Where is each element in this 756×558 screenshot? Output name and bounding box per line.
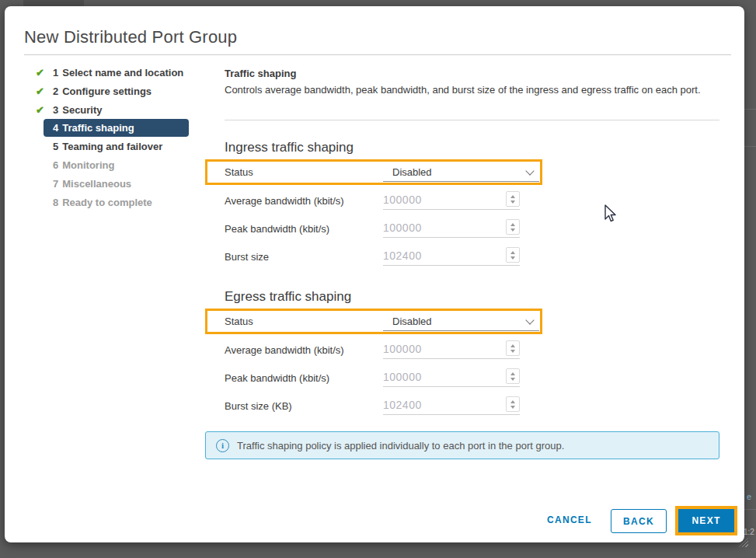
step-label: Security bbox=[62, 104, 102, 116]
backdrop-row-line bbox=[744, 509, 756, 510]
number-stepper-icon bbox=[506, 247, 520, 263]
number-stepper-icon bbox=[506, 368, 520, 384]
egress-burst-size-field bbox=[383, 396, 520, 415]
page-description: Controls average bandwidth, peak bandwid… bbox=[225, 79, 722, 100]
number-stepper-icon bbox=[506, 340, 520, 356]
ingress-section-title: Ingress traffic shaping bbox=[225, 140, 354, 155]
step-label: Traffic shaping bbox=[62, 122, 134, 134]
check-icon: ✔ bbox=[36, 104, 53, 116]
wizard-steps: ✔ 1 Select name and location ✔ 2 Configu… bbox=[36, 63, 203, 211]
cancel-button[interactable]: CANCEL bbox=[542, 514, 597, 526]
step-select-name-and-location[interactable]: ✔ 1 Select name and location bbox=[36, 63, 203, 82]
next-button[interactable]: NEXT bbox=[678, 509, 734, 532]
step-label: Configure settings bbox=[62, 85, 152, 97]
step-teaming-and-failover[interactable]: ✔ 5 Teaming and failover bbox=[36, 137, 203, 155]
ingress-burst-size-label: Burst size bbox=[225, 251, 269, 263]
step-configure-settings[interactable]: ✔ 2 Configure settings bbox=[36, 82, 203, 100]
ingress-avg-bandwidth-input bbox=[383, 191, 496, 208]
step-monitoring: ✔ 6 Monitoring bbox=[36, 155, 203, 174]
egress-avg-bandwidth-label: Average bandwidth (kbit/s) bbox=[225, 344, 344, 356]
number-stepper-icon bbox=[506, 219, 520, 235]
page-title: Traffic shaping bbox=[225, 68, 296, 79]
next-button-highlight: NEXT bbox=[675, 506, 737, 535]
number-stepper-icon bbox=[506, 396, 520, 412]
egress-status-select[interactable]: Disabled bbox=[383, 312, 539, 331]
dialog-title: New Distributed Port Group bbox=[24, 27, 237, 47]
egress-section-title: Egress traffic shaping bbox=[225, 289, 351, 305]
ingress-status-select[interactable]: Disabled bbox=[383, 162, 539, 182]
egress-peak-bandwidth-field bbox=[383, 368, 520, 387]
back-button[interactable]: BACK bbox=[611, 509, 667, 533]
ingress-burst-size-field bbox=[383, 247, 520, 266]
resize-handle-icon[interactable] bbox=[739, 538, 748, 547]
step-traffic-shaping[interactable]: 4 Traffic shaping bbox=[44, 119, 189, 137]
new-distributed-port-group-dialog: New Distributed Port Group ✔ 1 Select na… bbox=[5, 6, 744, 542]
ingress-status-label: Status bbox=[225, 166, 253, 178]
number-stepper-icon bbox=[506, 191, 520, 207]
ingress-burst-size-input bbox=[383, 247, 496, 263]
egress-burst-size-label: Burst size (KB) bbox=[225, 400, 292, 412]
egress-avg-bandwidth-input bbox=[383, 340, 496, 357]
ingress-avg-bandwidth-field bbox=[383, 191, 520, 210]
chevron-down-icon bbox=[525, 166, 534, 175]
egress-avg-bandwidth-field bbox=[383, 340, 520, 359]
check-icon: ✔ bbox=[36, 85, 53, 97]
step-label: Select name and location bbox=[62, 67, 183, 78]
chevron-down-icon bbox=[525, 316, 534, 324]
egress-burst-size-input bbox=[383, 396, 496, 413]
egress-status-highlight: Status Disabled bbox=[205, 309, 542, 334]
info-banner-text: Traffic shaping policy is applied indivi… bbox=[237, 440, 564, 452]
step-miscellaneous: ✔ 7 Miscellaneous bbox=[36, 174, 203, 193]
egress-peak-bandwidth-input bbox=[383, 368, 496, 385]
content-divider bbox=[225, 120, 719, 120]
backdrop-row-line bbox=[744, 109, 756, 110]
backdrop-block bbox=[23, 0, 84, 6]
step-label: Teaming and failover bbox=[62, 141, 162, 152]
egress-status-label: Status bbox=[225, 316, 253, 327]
step-label: Ready to complete bbox=[62, 197, 152, 208]
ingress-status-highlight: Status Disabled bbox=[205, 159, 542, 185]
backdrop-row-line bbox=[744, 146, 756, 147]
step-label: Miscellaneous bbox=[62, 178, 131, 190]
info-icon: i bbox=[216, 439, 229, 452]
backdrop-text-fragment: e bbox=[747, 492, 751, 501]
info-banner: i Traffic shaping policy is applied indi… bbox=[205, 431, 719, 459]
ingress-peak-bandwidth-input bbox=[383, 219, 496, 235]
ingress-status-value: Disabled bbox=[392, 166, 432, 178]
ingress-avg-bandwidth-label: Average bandwidth (kbit/s) bbox=[225, 195, 344, 207]
egress-peak-bandwidth-label: Peak bandwidth (kbit/s) bbox=[225, 372, 329, 384]
egress-status-value: Disabled bbox=[392, 316, 432, 327]
step-ready-to-complete: ✔ 8 Ready to complete bbox=[36, 193, 203, 211]
step-label: Monitoring bbox=[62, 159, 114, 171]
title-divider bbox=[24, 54, 731, 55]
backdrop-text-fragment: 1:2 bbox=[744, 528, 754, 536]
check-icon: ✔ bbox=[36, 67, 53, 78]
ingress-peak-bandwidth-label: Peak bandwidth (kbit/s) bbox=[225, 223, 329, 235]
step-security[interactable]: ✔ 3 Security bbox=[36, 100, 203, 119]
ingress-peak-bandwidth-field bbox=[383, 219, 520, 238]
